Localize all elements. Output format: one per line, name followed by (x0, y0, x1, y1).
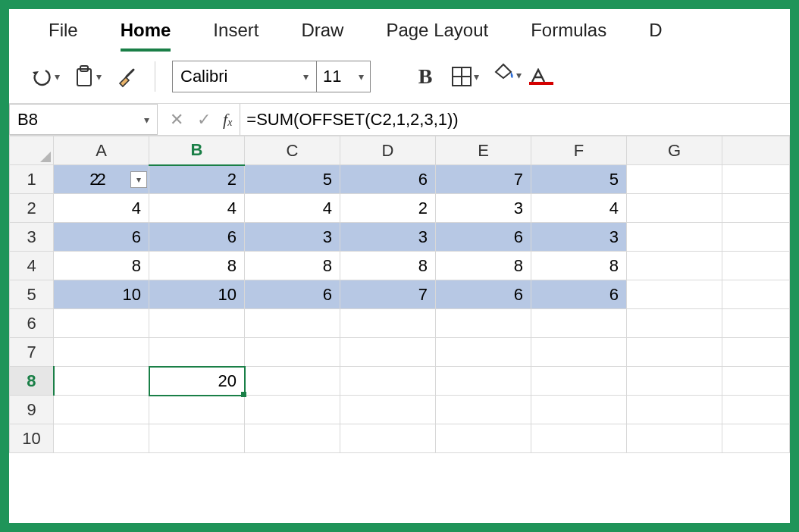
cell-B7[interactable] (149, 338, 245, 367)
cell-A10[interactable] (54, 424, 149, 453)
cell-G5[interactable] (627, 280, 722, 309)
cell-F2[interactable]: 4 (531, 194, 627, 223)
cell-E4[interactable]: 8 (436, 252, 531, 280)
cell-E5[interactable]: 6 (436, 280, 531, 309)
bold-button[interactable]: B (413, 61, 437, 92)
cell-G8[interactable] (627, 367, 722, 396)
cell-A9[interactable] (54, 396, 149, 424)
cell-F8[interactable] (531, 367, 627, 396)
cell-F5[interactable]: 6 (531, 280, 627, 309)
column-header-blank[interactable] (722, 136, 790, 165)
cell-A4[interactable]: 8 (54, 252, 149, 280)
cell-C8[interactable] (245, 367, 340, 396)
cell-blank[interactable] (722, 223, 790, 252)
spreadsheet-grid[interactable]: ABCDEFG 12 2▾256752444234366336348888885… (9, 136, 790, 523)
column-header-F[interactable]: F (531, 136, 627, 165)
cell-A5[interactable]: 10 (54, 280, 149, 309)
row-header-10[interactable]: 10 (10, 424, 54, 453)
cell-blank[interactable] (722, 252, 790, 280)
cell-F7[interactable] (531, 338, 627, 367)
fx-label[interactable]: fx (223, 104, 240, 135)
tab-insert[interactable]: Insert (213, 20, 258, 52)
tab-data-partial[interactable]: D (649, 20, 662, 52)
borders-button[interactable]: ▾ (451, 61, 479, 92)
cell-B8[interactable]: 20 (149, 367, 245, 396)
fill-color-button[interactable]: ▾ (493, 61, 515, 92)
cell-D6[interactable] (340, 309, 436, 338)
cell-D5[interactable]: 7 (340, 280, 436, 309)
cell-G10[interactable] (627, 424, 722, 453)
format-painter-button[interactable] (115, 61, 138, 92)
font-size-dropdown[interactable]: 11 ▾ (317, 61, 370, 92)
column-header-G[interactable]: G (627, 136, 722, 165)
cell-C10[interactable] (245, 424, 340, 453)
cell-B4[interactable]: 8 (149, 252, 245, 280)
cell-F10[interactable] (531, 424, 627, 453)
column-header-B[interactable]: B (149, 136, 245, 165)
row-header-2[interactable]: 2 (10, 194, 54, 223)
cell-C4[interactable]: 8 (245, 252, 340, 280)
cell-A3[interactable]: 6 (54, 223, 149, 252)
cell-E3[interactable]: 6 (436, 223, 531, 252)
cell-D3[interactable]: 3 (340, 223, 436, 252)
tab-formulas[interactable]: Formulas (531, 20, 606, 52)
cell-D8[interactable] (340, 367, 436, 396)
accept-formula-icon[interactable]: ✓ (197, 110, 211, 130)
font-name-dropdown[interactable]: Calibri ▾ (173, 61, 317, 92)
cell-B2[interactable]: 4 (149, 194, 245, 223)
cell-A8[interactable] (54, 367, 149, 396)
cell-B1[interactable]: 2 (149, 165, 245, 194)
cell-C2[interactable]: 4 (245, 194, 340, 223)
cell-F6[interactable] (531, 309, 627, 338)
select-all-corner[interactable] (10, 136, 54, 165)
cell-blank[interactable] (722, 280, 790, 309)
row-header-3[interactable]: 3 (10, 223, 54, 252)
cell-E2[interactable]: 3 (436, 194, 531, 223)
undo-button[interactable]: ▾ (30, 61, 60, 92)
cell-E9[interactable] (436, 396, 531, 424)
tab-draw[interactable]: Draw (301, 20, 343, 52)
cell-C7[interactable] (245, 338, 340, 367)
cell-C3[interactable]: 3 (245, 223, 340, 252)
cell-G1[interactable] (627, 165, 722, 194)
font-color-button[interactable] (529, 61, 553, 92)
cell-E7[interactable] (436, 338, 531, 367)
cell-B5[interactable]: 10 (149, 280, 245, 309)
cell-E1[interactable]: 7 (436, 165, 531, 194)
cell-F1[interactable]: 5 (531, 165, 627, 194)
cell-E6[interactable] (436, 309, 531, 338)
cell-dropdown-icon[interactable]: ▾ (130, 171, 147, 188)
cell-blank[interactable] (722, 424, 790, 453)
cell-A7[interactable] (54, 338, 149, 367)
cell-D10[interactable] (340, 424, 436, 453)
cell-G3[interactable] (627, 223, 722, 252)
paste-button[interactable]: ▾ (74, 61, 102, 92)
row-header-9[interactable]: 9 (10, 396, 54, 424)
column-header-A[interactable]: A (54, 136, 149, 165)
cell-C5[interactable]: 6 (245, 280, 340, 309)
cell-blank[interactable] (722, 396, 790, 424)
cancel-formula-icon[interactable]: ✕ (170, 110, 183, 130)
row-header-6[interactable]: 6 (10, 309, 54, 338)
cell-G2[interactable] (627, 194, 722, 223)
cell-G6[interactable] (627, 309, 722, 338)
column-header-C[interactable]: C (245, 136, 340, 165)
cell-F4[interactable]: 8 (531, 252, 627, 280)
row-header-4[interactable]: 4 (10, 252, 54, 280)
cell-G9[interactable] (627, 396, 722, 424)
cell-F9[interactable] (531, 396, 627, 424)
cell-D1[interactable]: 6 (340, 165, 436, 194)
cell-D9[interactable] (340, 396, 436, 424)
row-header-7[interactable]: 7 (10, 338, 54, 367)
font-selector[interactable]: Calibri ▾ 11 ▾ (172, 61, 371, 92)
cell-D4[interactable]: 8 (340, 252, 436, 280)
row-header-5[interactable]: 5 (10, 280, 54, 309)
cell-A1[interactable]: 2 2▾ (54, 165, 149, 194)
cell-B3[interactable]: 6 (149, 223, 245, 252)
column-header-E[interactable]: E (436, 136, 531, 165)
cell-B10[interactable] (149, 424, 245, 453)
cell-G4[interactable] (627, 252, 722, 280)
cell-blank[interactable] (722, 367, 790, 396)
cell-C9[interactable] (245, 396, 340, 424)
cell-blank[interactable] (722, 165, 790, 194)
